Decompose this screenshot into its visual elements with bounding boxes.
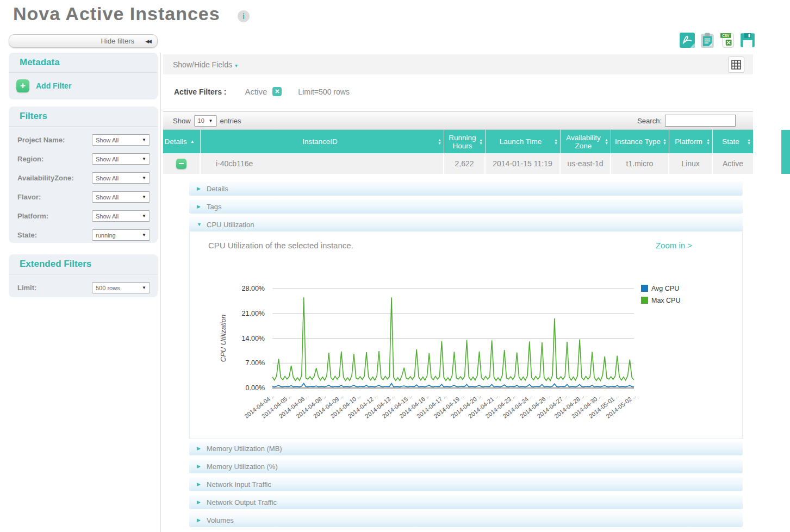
arrow-right-icon: ▶ — [197, 517, 201, 523]
svg-text:21.00%: 21.00% — [242, 310, 265, 317]
accordion-network-input-traffic[interactable]: ▶ Network Input Traffic — [189, 477, 743, 491]
svg-text:14.00%: 14.00% — [242, 335, 265, 342]
filter-row-region: Region: Show All▼ — [9, 149, 158, 168]
csv-export-icon[interactable]: CSV — [719, 32, 736, 48]
collapse-row-button[interactable] — [176, 159, 186, 169]
active-filters-label: Active Filters : — [174, 87, 226, 96]
sort-icon: ▲▼ — [663, 139, 667, 145]
table-row[interactable]: i-40cb116e 2,622 2014-01-15 11:19 us-eas… — [163, 153, 753, 174]
filter-label: Project Name: — [17, 136, 65, 144]
grid-view-button[interactable] — [728, 57, 744, 73]
active-filter-chip: Active — [245, 87, 267, 96]
chevron-down-icon: ▼ — [142, 137, 146, 142]
remove-filter-icon[interactable]: ✕ — [272, 87, 282, 96]
arrow-right-icon: ▶ — [197, 186, 201, 191]
launch-time-cell: 2014-01-15 11:19 — [486, 153, 561, 174]
limit-filter-text: Limit=500 rows — [298, 87, 350, 96]
sort-icon: ▲▼ — [747, 139, 751, 145]
chevron-down-icon: ▼ — [142, 233, 146, 237]
page-title: Nova Active Instances — [13, 3, 220, 24]
sort-asc-icon: ▲ — [190, 137, 195, 146]
cpu-utilization-panel: CPU Utilization of the selected instance… — [189, 231, 743, 439]
filter-row-availabilityzone: AvailabilityZone: Show All▼ — [9, 168, 158, 187]
platform-cell: Linux — [669, 153, 713, 174]
accordion-cpu-utilization[interactable]: ▼ CPU Utilization — [189, 217, 743, 231]
filter-row-flavor: Flavor: Show All▼ — [9, 187, 158, 206]
sidebar-divider — [160, 53, 161, 532]
entries-bar: Show 10▼ entries Search: — [163, 111, 753, 130]
filter-label: State: — [17, 231, 37, 239]
flavor-select[interactable]: Show All▼ — [92, 191, 150, 203]
accordion-tags[interactable]: ▶ Tags — [189, 199, 743, 214]
arrow-down-icon: ▼ — [197, 222, 201, 227]
filter-row-project: Project Name: Show All▼ — [9, 130, 158, 149]
state-cell: Active — [713, 153, 753, 174]
word-export-icon[interactable] — [699, 32, 716, 48]
accordion-details[interactable]: ▶ Details — [189, 181, 743, 196]
svg-text:Max CPU: Max CPU — [651, 297, 680, 304]
availabilityzone-select[interactable]: Show All▼ — [92, 172, 150, 184]
accordion-network-output-traffic[interactable]: ▶ Network Output Traffic — [189, 495, 743, 509]
platform-select[interactable]: Show All▼ — [92, 210, 150, 222]
export-toolbar: CSV — [679, 32, 756, 48]
entries-label: entries — [220, 117, 241, 125]
filter-label: Region: — [17, 155, 43, 163]
arrow-right-icon: ▶ — [197, 204, 201, 209]
details-cell — [163, 153, 201, 174]
add-filter-button[interactable]: + Add Filter — [9, 73, 158, 99]
chevron-down-icon: ▼ — [142, 176, 146, 180]
filter-row-limit: Limit: 500 rows▼ — [9, 278, 158, 297]
svg-text:7.00%: 7.00% — [246, 359, 265, 367]
hide-filters-label: Hide filters — [101, 37, 134, 45]
info-icon[interactable]: i — [238, 10, 250, 22]
sort-icon: ▲▼ — [438, 139, 441, 145]
column-header-running-hours[interactable]: Running Hours▲▼ — [444, 130, 486, 153]
metadata-panel: Metadata + Add Filter — [9, 53, 158, 99]
instance-id-cell: i-40cb116e — [201, 153, 444, 174]
pdf-export-icon[interactable] — [679, 32, 695, 48]
sort-icon: ▲▼ — [554, 139, 558, 145]
plus-icon[interactable]: + — [16, 79, 29, 92]
chevron-down-icon: ▼ — [142, 285, 146, 290]
arrow-right-icon: ▶ — [197, 446, 201, 451]
zoom-in-link[interactable]: Zoom in > — [656, 241, 692, 250]
extended-filters-panel: Extended Filters Limit: 500 rows▼ — [9, 254, 158, 297]
sort-icon: ▲▼ — [706, 139, 710, 145]
project-name-select[interactable]: Show All▼ — [92, 134, 150, 146]
cpu-utilization-chart: 0.00%7.00%14.00%21.00%28.00%CPU Utilizat… — [190, 258, 742, 437]
column-header-launch-time[interactable]: Launch Time▲▼ — [486, 130, 561, 153]
instance-type-cell: t1.micro — [611, 153, 669, 174]
accordion-memory-utilization-pct[interactable]: ▶ Memory Utilization (%) — [189, 459, 743, 473]
region-select[interactable]: Show All▼ — [92, 153, 150, 165]
column-header-availability-zone[interactable]: Availability Zone▲▼ — [561, 130, 611, 153]
svg-text:Avg CPU: Avg CPU — [651, 285, 679, 292]
hide-filters-button[interactable]: Hide filters ◀◀ — [9, 34, 158, 48]
column-header-state[interactable]: State▲▼ — [713, 130, 753, 153]
column-header-instanceid[interactable]: InstanceID▲▼ — [201, 130, 444, 153]
svg-text:0.00%: 0.00% — [246, 384, 265, 392]
minus-icon — [179, 163, 184, 164]
limit-select[interactable]: 500 rows▼ — [92, 282, 150, 293]
page-size-select[interactable]: 10▼ — [194, 115, 217, 127]
add-filter-label: Add Filter — [36, 82, 71, 90]
column-header-details[interactable]: Details▲ — [163, 130, 201, 153]
chevron-down-icon: ▼ — [142, 157, 146, 161]
chevron-down-icon: ▼ — [142, 214, 146, 218]
sort-icon: ▲▼ — [479, 139, 483, 145]
save-icon[interactable] — [739, 32, 756, 48]
filters-panel: Filters Project Name: Show All▼ Region: … — [9, 107, 158, 243]
state-select[interactable]: running▼ — [92, 229, 150, 241]
accordion-memory-utilization-mb[interactable]: ▶ Memory Utilization (MB) — [189, 441, 743, 455]
table-scrollbar[interactable] — [781, 130, 790, 174]
column-header-instance-type[interactable]: Instance Type▲▼ — [611, 130, 669, 153]
search-input[interactable] — [665, 115, 736, 127]
cpu-chart-subtitle: CPU Utilization of the selected instance… — [208, 241, 353, 250]
grid-icon — [731, 60, 741, 70]
metadata-title: Metadata — [20, 57, 60, 68]
column-header-platform[interactable]: Platform▲▼ — [669, 130, 713, 153]
chevron-down-icon: ▼ — [142, 195, 146, 199]
table-header: Details▲ InstanceID▲▼ Running Hours▲▼ La… — [163, 130, 753, 153]
accordion-volumes[interactable]: ▶ Volumes — [189, 513, 743, 527]
filter-label: Limit: — [17, 284, 36, 292]
show-hide-fields-toggle[interactable]: Show/Hide Fields▾ — [173, 60, 238, 69]
